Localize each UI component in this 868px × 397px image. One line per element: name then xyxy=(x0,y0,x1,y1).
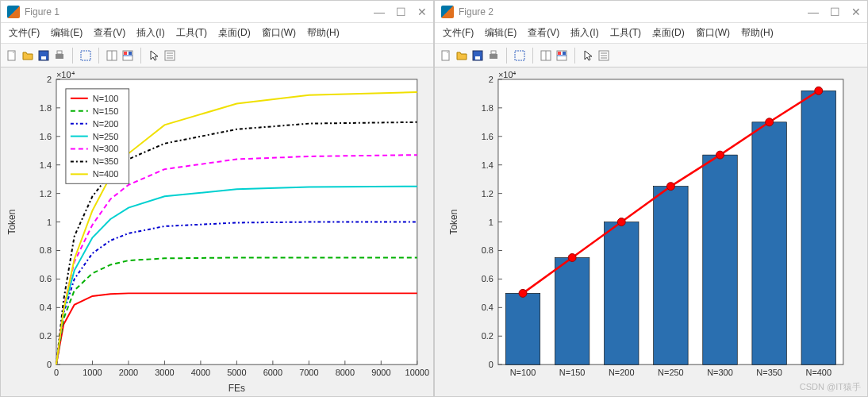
maximize-button[interactable]: ☐ xyxy=(830,6,840,18)
new-icon[interactable] xyxy=(440,49,452,62)
chart-area-2: 00.20.40.60.811.21.41.61.82×10⁴TokenN=10… xyxy=(435,67,867,396)
menu-item-1[interactable]: 编辑(E) xyxy=(485,26,517,40)
menu-item-0[interactable]: 文件(F) xyxy=(9,26,40,40)
toolbar xyxy=(1,44,433,67)
legend-label: N=350 xyxy=(93,156,119,166)
y-tick-label: 1.4 xyxy=(40,160,52,170)
legend-label: N=300 xyxy=(93,144,119,153)
y-tick-label: 0.8 xyxy=(40,245,52,255)
legend-label: N=150 xyxy=(93,106,119,116)
menubar: 文件(F)编辑(E)查看(V)插入(I)工具(T)桌面(D)窗口(W)帮助(H) xyxy=(435,23,867,44)
y-tick-label: 1.8 xyxy=(40,103,52,113)
menu-item-1[interactable]: 编辑(E) xyxy=(51,26,83,40)
x-tick-label: 9000 xyxy=(371,368,390,377)
new-icon[interactable] xyxy=(6,49,18,62)
x-tick-label: N=350 xyxy=(756,368,782,377)
y-tick-label: 1.6 xyxy=(40,132,52,141)
menu-item-3[interactable]: 插入(I) xyxy=(136,26,164,40)
menu-item-5[interactable]: 桌面(D) xyxy=(218,26,251,40)
x-tick-label: 3000 xyxy=(155,368,174,377)
menu-item-7[interactable]: 帮助(H) xyxy=(307,26,340,40)
x-tick-label: N=200 xyxy=(609,368,635,377)
rect-select-icon[interactable] xyxy=(513,49,526,62)
bar xyxy=(555,257,589,364)
tile-h-icon[interactable] xyxy=(540,49,552,62)
menu-item-0[interactable]: 文件(F) xyxy=(443,26,474,40)
legend-label: N=100 xyxy=(93,94,119,103)
minimize-button[interactable]: — xyxy=(808,6,819,18)
titlebar: Figure 1 — ☐ ✕ xyxy=(1,1,433,23)
separator xyxy=(72,48,73,64)
svg-rect-48 xyxy=(475,56,480,60)
y-tick-label: 1.8 xyxy=(482,103,494,113)
y-tick-label: 0 xyxy=(489,360,494,369)
properties-icon[interactable] xyxy=(163,49,176,62)
menu-item-6[interactable]: 窗口(W) xyxy=(262,26,296,40)
save-icon[interactable] xyxy=(37,49,50,62)
minimize-button[interactable]: — xyxy=(374,6,385,18)
close-button[interactable]: ✕ xyxy=(851,6,861,18)
svg-rect-51 xyxy=(515,51,524,60)
y-tick-label: 0.6 xyxy=(40,274,52,283)
menu-item-4[interactable]: 工具(T) xyxy=(610,26,641,40)
tile-v-icon[interactable] xyxy=(555,49,568,62)
legend-label: N=250 xyxy=(93,132,119,141)
print-icon[interactable] xyxy=(487,49,500,62)
separator xyxy=(574,48,575,64)
y-tick-label: 0.2 xyxy=(40,331,52,341)
menu-item-5[interactable]: 桌面(D) xyxy=(652,26,685,40)
marker xyxy=(666,183,674,191)
rect-select-icon[interactable] xyxy=(79,49,92,62)
properties-icon[interactable] xyxy=(597,49,610,62)
print-icon[interactable] xyxy=(53,49,66,62)
legend: N=100N=150N=200N=250N=300N=350N=400 xyxy=(66,89,129,183)
bar-chart: 00.20.40.60.811.21.41.61.82×10⁴TokenN=10… xyxy=(435,67,867,396)
marker xyxy=(519,289,527,297)
marker xyxy=(568,253,576,261)
separator xyxy=(98,48,99,64)
bar xyxy=(654,187,688,365)
line-chart: 0100020003000400050006000700080009000100… xyxy=(1,67,433,396)
menu-item-2[interactable]: 查看(V) xyxy=(94,26,125,40)
menu-item-3[interactable]: 插入(I) xyxy=(570,26,598,40)
y-tick-label: 1 xyxy=(489,218,494,227)
y-tick-label: 1.6 xyxy=(482,132,494,141)
menu-item-7[interactable]: 帮助(H) xyxy=(741,26,774,40)
tile-v-icon[interactable] xyxy=(121,49,134,62)
svg-rect-11 xyxy=(129,52,132,55)
svg-rect-10 xyxy=(124,52,127,55)
bar xyxy=(605,222,639,365)
open-icon[interactable] xyxy=(21,49,34,62)
menu-item-4[interactable]: 工具(T) xyxy=(176,26,207,40)
pointer-icon[interactable] xyxy=(148,49,160,62)
marker xyxy=(617,218,625,226)
bar xyxy=(703,155,737,364)
y-tick-label: 0.8 xyxy=(482,245,494,255)
open-icon[interactable] xyxy=(455,49,468,62)
x-tick-label: 5000 xyxy=(227,368,246,377)
x-tick-label: 1000 xyxy=(83,368,102,377)
tile-h-icon[interactable] xyxy=(106,49,118,62)
menubar: 文件(F)编辑(E)查看(V)插入(I)工具(T)桌面(D)窗口(W)帮助(H) xyxy=(1,23,433,44)
pointer-icon[interactable] xyxy=(582,49,594,62)
figure-1-window: Figure 1 — ☐ ✕ 文件(F)编辑(E)查看(V)插入(I)工具(T)… xyxy=(0,0,434,397)
y-tick-label: 0.4 xyxy=(482,303,494,312)
y-tick-label: 2 xyxy=(47,75,52,84)
save-icon[interactable] xyxy=(471,49,484,62)
toolbar xyxy=(435,44,867,67)
y-label: Token xyxy=(448,210,459,235)
matlab-logo-icon xyxy=(441,6,454,18)
svg-rect-49 xyxy=(490,54,497,59)
y-multiplier: ×10⁴ xyxy=(498,70,517,79)
x-tick-label: 8000 xyxy=(336,368,355,377)
y-tick-label: 0 xyxy=(47,360,52,369)
x-tick-label: 6000 xyxy=(263,368,282,377)
close-button[interactable]: ✕ xyxy=(417,6,427,18)
menu-item-6[interactable]: 窗口(W) xyxy=(696,26,730,40)
figure-2-window: Figure 2 — ☐ ✕ 文件(F)编辑(E)查看(V)插入(I)工具(T)… xyxy=(434,0,868,397)
separator xyxy=(506,48,507,64)
menu-item-2[interactable]: 查看(V) xyxy=(528,26,559,40)
svg-rect-5 xyxy=(81,51,90,60)
bar xyxy=(505,293,540,364)
maximize-button[interactable]: ☐ xyxy=(396,6,406,18)
